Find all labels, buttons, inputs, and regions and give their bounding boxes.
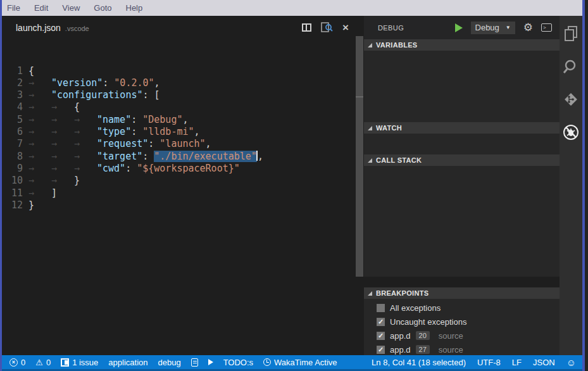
code-token: "type" <box>97 126 131 137</box>
line-number: 8 <box>2 151 28 163</box>
editor-scrollbar[interactable] <box>355 16 364 355</box>
section-call-stack[interactable]: CALL STACK <box>364 154 560 166</box>
scrollbar-slider[interactable] <box>356 36 363 277</box>
split-editor-icon[interactable] <box>302 23 311 32</box>
source-control-icon[interactable] <box>563 91 579 108</box>
debug-toolbar: DEBUG Debug ▼ ⚙ > <box>364 16 560 39</box>
code-token: → <box>28 126 51 138</box>
code-line[interactable]: 3→"configurations": [ <box>2 89 355 101</box>
line-number: 11 <box>2 187 28 199</box>
code-line[interactable]: 11→] <box>2 187 355 199</box>
open-preview-icon[interactable] <box>321 22 333 33</box>
code-editor[interactable]: 1{2→"version": "0.2.0",3→"configurations… <box>2 39 355 355</box>
section-breakpoints-label: BREAKPOINTS <box>376 289 428 297</box>
breakpoint-detail: source <box>439 345 463 355</box>
variables-content <box>364 51 560 122</box>
code-token: → <box>74 151 97 163</box>
code-line[interactable]: 4→→{ <box>2 101 355 113</box>
breakpoint-item[interactable]: app.d20source <box>364 329 560 343</box>
debug-console-icon[interactable]: > <box>541 23 552 32</box>
code-token: : <box>125 163 137 174</box>
explorer-icon[interactable] <box>563 25 579 42</box>
code-token: → <box>51 101 74 113</box>
eol-selector[interactable]: LF <box>512 358 522 367</box>
code-token: "request" <box>97 138 148 149</box>
breakpoint-item[interactable]: All exceptions <box>364 301 560 315</box>
code-line[interactable]: 10→→} <box>2 175 355 187</box>
todos-indicator[interactable]: TODO:s <box>223 358 253 367</box>
code-line[interactable]: 2→"version": "0.2.0", <box>2 77 355 89</box>
run-task-button[interactable] <box>208 359 213 365</box>
breakpoint-label: Uncaught exceptions <box>390 317 466 327</box>
encoding-label: UTF-8 <box>477 358 501 367</box>
breakpoint-detail: source <box>439 331 463 341</box>
code-token: → <box>28 114 51 126</box>
issues-indicator[interactable]: 1 issue <box>61 358 98 367</box>
window-border-right <box>582 0 588 371</box>
breakpoint-item[interactable]: Uncaught exceptions <box>364 315 560 329</box>
debug-icon[interactable] <box>562 123 580 141</box>
code-token: → <box>74 114 97 126</box>
menu-goto[interactable]: Goto <box>94 3 111 13</box>
code-token: → <box>28 187 51 199</box>
code-token: → <box>28 89 51 101</box>
code-line[interactable]: 9→→→"cwd": "${workspaceRoot}" <box>2 163 355 175</box>
section-variables[interactable]: VARIABLES <box>364 39 560 51</box>
gear-icon[interactable]: ⚙ <box>523 22 533 33</box>
menu-file[interactable]: File <box>7 3 20 13</box>
start-debug-icon[interactable] <box>455 23 463 32</box>
wakatime-indicator[interactable]: WakaTime Active <box>263 358 337 367</box>
launch-config-dropdown[interactable]: Debug ▼ <box>471 22 515 34</box>
search-icon[interactable] <box>563 58 579 75</box>
breakpoint-checkbox[interactable] <box>377 304 385 312</box>
task-debug[interactable]: debug <box>158 358 180 367</box>
code-token: → <box>51 138 74 150</box>
breakpoint-checkbox[interactable] <box>377 346 385 354</box>
cursor-position[interactable]: Ln 8, Col 41 (18 selected) <box>372 358 466 367</box>
section-watch[interactable]: WATCH <box>364 122 560 134</box>
code-line[interactable]: 1{ <box>2 65 355 77</box>
activity-bar <box>560 16 582 355</box>
breakpoint-checkbox[interactable] <box>377 318 385 326</box>
section-call-stack-label: CALL STACK <box>376 156 422 164</box>
code-token: , <box>154 77 160 89</box>
code-line[interactable]: 7→→→"request": "launch", <box>2 138 355 150</box>
task-application[interactable]: application <box>108 358 147 367</box>
code-token: "target" <box>97 151 142 162</box>
code-token: → <box>51 163 74 175</box>
error-indicator[interactable]: × 0 <box>9 358 25 367</box>
code-line[interactable]: 6→→→"type": "lldb-mi", <box>2 126 355 138</box>
language-mode-selector[interactable]: JSON <box>533 358 555 367</box>
encoding-selector[interactable]: UTF-8 <box>477 358 501 367</box>
feedback-smiley-icon[interactable]: ☺ <box>566 358 576 367</box>
document-indicator[interactable] <box>191 358 198 367</box>
error-icon: × <box>9 358 18 367</box>
breakpoint-label: app.d <box>390 345 411 355</box>
editor-tab-bar: launch.json .vscode × <box>2 16 355 39</box>
code-token: → <box>28 101 51 113</box>
eol-label: LF <box>512 358 522 367</box>
debug-sidebar: DEBUG Debug ▼ ⚙ > VARIABLES <box>364 16 560 355</box>
code-token: : <box>142 151 154 162</box>
code-line[interactable]: 8→→→"target": "./bin/executable", <box>2 151 355 163</box>
breakpoint-line-badge: 20 <box>416 331 430 340</box>
launch-config-label: Debug <box>475 23 499 32</box>
code-line[interactable]: 12} <box>2 199 355 211</box>
breakpoint-checkbox[interactable] <box>377 332 385 340</box>
code-line[interactable]: 5→→→"name": "Debug", <box>2 114 355 126</box>
section-breakpoints[interactable]: BREAKPOINTS <box>364 287 560 299</box>
breakpoint-line-badge: 27 <box>416 345 430 354</box>
language-mode-label: JSON <box>533 358 555 367</box>
menu-view[interactable]: View <box>62 3 80 13</box>
todos-label: TODO:s <box>223 358 253 367</box>
tab-filename[interactable]: launch.json <box>16 23 61 33</box>
menu-edit[interactable]: Edit <box>34 3 48 13</box>
status-bar: × 0 ⚠ 0 1 issue application debug <box>2 355 582 369</box>
breakpoint-item[interactable]: app.d27source <box>364 343 560 356</box>
menu-help[interactable]: Help <box>126 3 143 13</box>
code-token: [ <box>154 89 160 101</box>
close-tab-icon[interactable]: × <box>342 23 349 32</box>
tab-folder-detail: .vscode <box>65 25 89 32</box>
warning-indicator[interactable]: ⚠ 0 <box>35 358 51 367</box>
code-lines: 1{2→"version": "0.2.0",3→"configurations… <box>2 65 355 212</box>
